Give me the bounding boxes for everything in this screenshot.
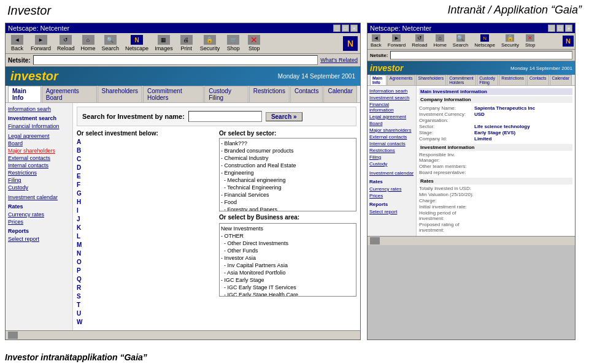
sector-chemical[interactable]: - Chemical Industry [221, 154, 355, 162]
business-other-funds[interactable]: - Other Funds [221, 247, 355, 254]
sector-mech-eng[interactable]: - Mechanical engineering [221, 176, 355, 184]
tab-main-info[interactable]: Main Info [8, 86, 41, 102]
sidebar-investment-calendar[interactable]: Investment calendar [8, 194, 70, 201]
tab-agreements[interactable]: Agreements Board [42, 86, 97, 102]
rsidebar-investment-search[interactable]: Investment search [369, 94, 414, 101]
forward-btn[interactable]: ► Forward [29, 34, 53, 52]
tab-restrictions[interactable]: Restrictions [249, 86, 290, 102]
sidebar-filing[interactable]: Filing [8, 176, 70, 184]
business-other[interactable]: - OTHER [221, 232, 355, 240]
rsidebar-financial-info[interactable]: Financial information [369, 101, 414, 113]
rtab-contacts[interactable]: Contacts [527, 75, 549, 85]
letter-S[interactable]: S [77, 292, 82, 301]
rtab-shareholders[interactable]: Shareholders [416, 75, 447, 85]
letter-U[interactable]: U [77, 309, 82, 318]
images-btn[interactable]: ▦ Images [153, 34, 175, 52]
letter-O[interactable]: O [77, 258, 82, 267]
business-asia-monitored[interactable]: - Asia Monitored Portfolio [221, 269, 355, 276]
close-btn-r[interactable]: × [565, 25, 572, 32]
search-button[interactable]: Search » [266, 112, 302, 121]
business-igc-early[interactable]: - IGC Early Stage [221, 276, 355, 284]
letter-E[interactable]: E [77, 172, 82, 181]
sidebar-major-shareholders[interactable]: Major shareholders [8, 147, 70, 154]
letter-T[interactable]: T [77, 301, 82, 309]
rsidebar-custody[interactable]: Custody [369, 161, 414, 167]
close-btn[interactable]: × [350, 25, 358, 32]
address-input-right[interactable] [390, 51, 572, 59]
letter-W[interactable]: W [77, 318, 82, 327]
sidebar-external-contacts[interactable]: External contacts [8, 154, 70, 162]
sidebar-board[interactable]: Board [8, 140, 70, 147]
back-btn-r[interactable]: ◄ Back [369, 34, 383, 48]
rsidebar-external[interactable]: External contacts [369, 134, 414, 140]
rsidebar-info-search[interactable]: Information searh [369, 88, 414, 94]
sidebar-internal-contacts[interactable]: Internal contacts [8, 162, 70, 169]
maximize-btn[interactable]: □ [342, 25, 349, 32]
letter-R[interactable]: R [77, 284, 82, 292]
tab-custody[interactable]: Custody Filing [204, 86, 248, 102]
letter-K[interactable]: K [77, 224, 82, 232]
rtab-custody[interactable]: Custody Filing [477, 75, 498, 85]
print-btn[interactable]: 🖨 Print [177, 34, 196, 52]
rsidebar-major[interactable]: Major shareholders [369, 127, 414, 134]
netscape-btn-r[interactable]: N Netscape [472, 34, 497, 48]
sidebar-legal-agreement[interactable]: Legal agreement [8, 132, 70, 140]
rsidebar-internal[interactable]: Internal contacts [369, 140, 414, 147]
tab-shareholders[interactable]: Shareholders [98, 86, 142, 102]
search-name-input[interactable] [188, 111, 262, 122]
sidebar-currency-rates[interactable]: Currency rates [8, 211, 70, 218]
netscape-btn[interactable]: N Netscape [123, 34, 150, 52]
letter-A[interactable]: A [77, 138, 82, 146]
maximize-btn-r[interactable]: □ [556, 25, 564, 32]
sector-food[interactable]: - Food [221, 199, 355, 206]
tab-calendar[interactable]: Calendar [323, 86, 357, 102]
sidebar-financial-info[interactable]: Financial Information [8, 123, 70, 130]
business-new-inv[interactable]: New Investments [221, 225, 355, 232]
address-input-left[interactable] [33, 55, 318, 65]
letter-Q[interactable]: Q [77, 275, 82, 284]
rsidebar-board[interactable]: Board [369, 120, 414, 127]
stop-btn[interactable]: ✕ Stop [245, 34, 263, 52]
rsidebar-filing[interactable]: Filing [369, 154, 414, 161]
letter-G[interactable]: G [77, 189, 82, 198]
letter-I[interactable]: I [77, 207, 82, 215]
security-btn-r[interactable]: 🔒 Security [499, 34, 521, 48]
sector-branded[interactable]: - Branded consumer products [221, 147, 355, 154]
rtab-agreements[interactable]: Agreements [387, 75, 415, 85]
business-igc-it[interactable]: - IGC Early Stage IT Services [221, 284, 355, 291]
shop-btn[interactable]: 🛒 Shop [224, 34, 242, 52]
rsidebar-select-report[interactable]: Select report [369, 208, 414, 215]
security-btn[interactable]: 🔒 Security [198, 34, 222, 52]
rtab-calendar[interactable]: Calendar [550, 75, 572, 85]
letter-D[interactable]: D [77, 164, 82, 172]
home-btn-r[interactable]: ⌂ Home [432, 34, 448, 48]
minimize-btn-r[interactable]: _ [548, 25, 555, 32]
sector-list[interactable]: - Blank??? - Branded consumer products -… [219, 138, 356, 211]
sidebar-restrictions[interactable]: Restrictions [8, 169, 70, 176]
letter-B[interactable]: B [77, 146, 82, 155]
sidebar-select-report[interactable]: Select report [8, 235, 70, 243]
sector-engineering[interactable]: - Engineering [221, 169, 355, 176]
sector-tech-eng[interactable]: - Technical Engineering [221, 184, 355, 191]
sidebar-custody[interactable]: Custody [8, 184, 70, 191]
sector-blank[interactable]: - Blank??? [221, 140, 355, 147]
letter-P[interactable]: P [77, 267, 82, 275]
rtab-commitment[interactable]: Commitment Holders [447, 75, 476, 85]
tab-commitment[interactable]: Commitment Holders [143, 86, 204, 102]
rtab-main-info[interactable]: Main Info [370, 75, 387, 85]
rsidebar-currency[interactable]: Currency rates [369, 186, 414, 192]
business-inv-capital[interactable]: - Inv Capital Partners Asia [221, 262, 355, 269]
rsidebar-prices[interactable]: Prices [369, 192, 414, 199]
letter-L[interactable]: L [77, 232, 82, 241]
sector-financial[interactable]: - Financial Services [221, 191, 355, 199]
rtab-restrictions[interactable]: Restrictions [499, 75, 526, 85]
letter-M[interactable]: M [77, 241, 82, 249]
business-list[interactable]: New Investments - OTHER - Other Direct I… [219, 223, 356, 297]
stop-btn-r[interactable]: ✕ Stop [523, 34, 537, 48]
rsidebar-restrictions[interactable]: Restrictions [369, 147, 414, 154]
sector-construction[interactable]: - Construction and Real Estate [221, 162, 355, 169]
tab-contacts[interactable]: Contacts [290, 86, 323, 102]
letter-C[interactable]: C [77, 155, 82, 164]
business-igc-health[interactable]: - IGC Early Stage Health Care [221, 291, 355, 297]
business-other-direct[interactable]: - Other Direct Investments [221, 240, 355, 247]
